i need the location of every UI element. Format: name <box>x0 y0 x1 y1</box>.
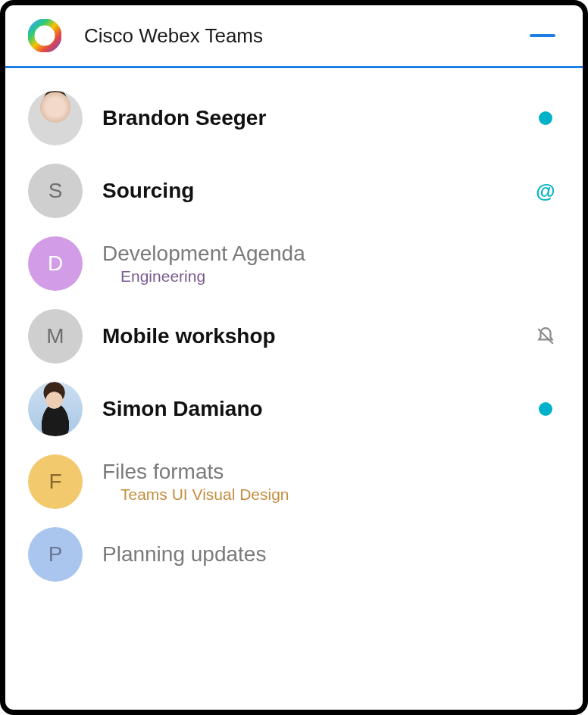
svg-point-0 <box>31 22 58 49</box>
dot-icon <box>539 402 552 416</box>
avatar: F <box>28 454 83 509</box>
indicator-empty <box>536 545 555 564</box>
indicator-empty <box>536 472 555 492</box>
mention-icon: @ <box>536 181 555 201</box>
item-title: Files formats <box>102 460 516 484</box>
item-title: Sourcing <box>102 179 516 203</box>
dot-icon <box>539 111 552 125</box>
item-title: Mobile workshop <box>102 324 516 348</box>
item-subtitle: Teams UI Visual Design <box>102 486 516 504</box>
mute-icon <box>536 326 555 346</box>
list-item[interactable]: Simon Damiano <box>5 373 583 445</box>
avatar: M <box>28 309 83 364</box>
list-item[interactable]: SSourcing@ <box>5 155 583 227</box>
avatar: D <box>28 236 83 291</box>
list-item[interactable]: DDevelopment AgendaEngineering <box>5 227 583 300</box>
at-sign-icon: @ <box>536 180 555 203</box>
item-text: Files formatsTeams UI Visual Design <box>102 460 516 504</box>
spaces-list: Brandon SeegerSSourcing@DDevelopment Age… <box>5 68 583 591</box>
avatar: P <box>28 527 83 582</box>
list-item[interactable]: PPlanning updates <box>5 518 583 591</box>
item-title: Planning updates <box>102 542 516 567</box>
app-header: Cisco Webex Teams <box>5 5 583 68</box>
app-window: Cisco Webex Teams Brandon SeegerSSourcin… <box>0 0 588 715</box>
item-text: Sourcing <box>102 179 516 203</box>
item-title: Development Agenda <box>102 242 516 266</box>
list-item[interactable]: FFiles formatsTeams UI Visual Design <box>5 445 583 518</box>
avatar <box>28 91 83 145</box>
avatar <box>28 382 83 436</box>
indicator-empty <box>536 254 555 273</box>
item-text: Mobile workshop <box>102 324 516 348</box>
list-item[interactable]: Brandon Seeger <box>5 82 583 155</box>
bell-off-icon <box>536 326 555 346</box>
avatar: S <box>28 164 83 218</box>
item-title: Brandon Seeger <box>102 106 516 130</box>
item-text: Planning updates <box>102 542 516 567</box>
item-text: Development AgendaEngineering <box>102 242 516 286</box>
item-subtitle: Engineering <box>102 267 516 286</box>
webex-logo-icon <box>28 19 61 52</box>
list-item[interactable]: MMobile workshop <box>5 300 583 373</box>
app-title: Cisco Webex Teams <box>84 24 507 48</box>
item-text: Simon Damiano <box>102 397 516 421</box>
unread-dot-icon <box>536 108 555 128</box>
unread-dot-icon <box>536 399 555 419</box>
minimize-button[interactable] <box>530 34 555 37</box>
item-title: Simon Damiano <box>102 397 516 421</box>
item-text: Brandon Seeger <box>102 106 516 130</box>
